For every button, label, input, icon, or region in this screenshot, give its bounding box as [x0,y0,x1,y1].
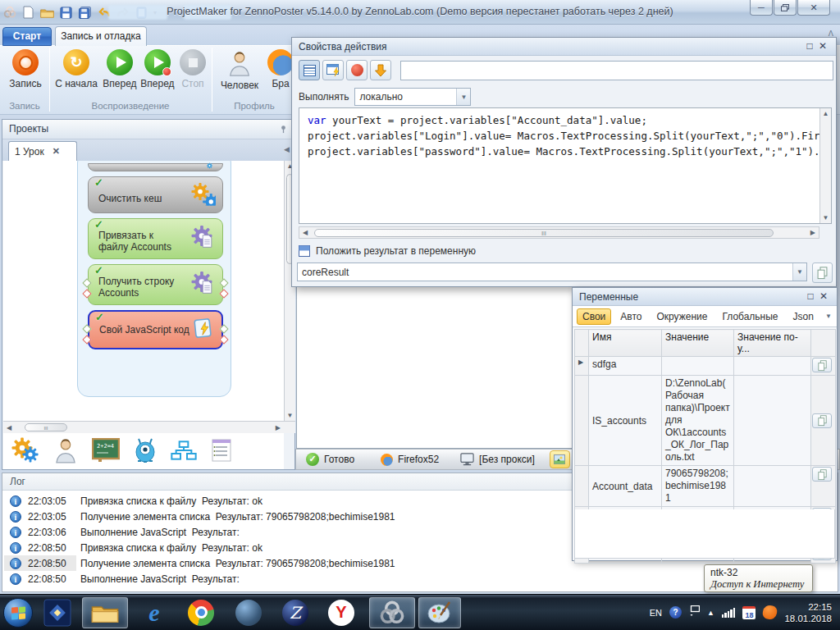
minimize-button[interactable]: ─ [750,0,773,16]
avast-tray-icon[interactable] [762,604,778,620]
tab-environment[interactable]: Окружение [651,308,713,325]
code-editor[interactable]: var yourText = project.variables["Accoun… [299,107,832,224]
variable-row[interactable]: Account_data79065798208;bechimise1981 [575,466,836,507]
sitemap-tool-icon[interactable] [171,440,197,463]
chalkboard-tool-icon[interactable]: 2+2=4 [92,438,120,465]
scroll-down-icon[interactable]: ▼ [820,212,831,223]
notes-tool-icon[interactable] [211,438,232,465]
scroll-up-icon[interactable]: ▲ [820,108,831,119]
scroll-right-icon[interactable]: ▶ [276,422,281,433]
column-name[interactable]: Имя [589,330,662,357]
column-value[interactable]: Значение [662,330,734,357]
info-icon: i [10,495,21,507]
tabs-overflow-icon[interactable]: ▼ [825,313,832,320]
variables-close-icon[interactable]: ✕ [817,290,830,303]
variable-row[interactable]: IS_accountsD:\ZennoLab(Рабочая папка)\Пр… [575,376,836,466]
tab-global[interactable]: Глобальные [716,308,783,325]
stop-button: Стоп [177,48,208,89]
variables-panel: Переменные □ ✕ Свои Авто Окружение Глоба… [572,287,838,561]
scroll-down-icon[interactable]: ▼ [285,410,295,421]
diamond-app-icon [43,599,71,627]
action-search-input[interactable] [400,61,833,80]
flowchart-canvas[interactable]: ✓ Очистить кеш ✓ Привязать к файлу Accou… [3,161,284,421]
forward-step-button[interactable]: Вперед [139,48,176,89]
taskbar-paint[interactable] [418,597,461,628]
copy-variable-button[interactable] [812,467,832,482]
code-view-button[interactable] [322,60,344,80]
close-button[interactable]: ✕ [797,0,830,16]
copy-variable-button[interactable] [812,358,832,372]
start-button[interactable] [0,597,36,628]
tab-record-debug[interactable]: Запись и отладка [55,26,147,47]
show-hidden-icons[interactable]: ▲ [707,609,714,617]
taskbar-explorer[interactable] [82,597,128,628]
pin-icon[interactable] [279,125,288,134]
variables-titlebar[interactable]: Переменные □ ✕ [573,288,837,306]
variables-maximize-icon[interactable]: □ [804,290,817,303]
taskbar-chromium[interactable] [225,597,272,628]
tab-auto-variables[interactable]: Авто [614,308,647,325]
canvas-hscrollbar[interactable]: ◀ ‖‖ ▶ [3,421,295,433]
checkbox-icon[interactable] [299,245,310,257]
apply-down-button[interactable] [370,60,391,80]
project-tab[interactable]: 1 Урок ✕ [8,141,77,161]
status-browser[interactable]: Firefox52 [381,454,439,466]
dialog-maximize-icon[interactable]: □ [803,40,816,52]
gears-tool-icon[interactable] [11,437,39,466]
flow-block-get-row[interactable]: ✓ Получить строку Accounts [88,264,223,305]
check-icon: ✓ [94,264,103,276]
variable-row[interactable]: ▶ sdfga [575,357,836,376]
execute-mode-value: локально [355,91,456,103]
code-hscrollbar[interactable]: ◀ ‖‖ ▶ [299,226,819,239]
scroll-right-icon[interactable]: ▶ [810,227,815,238]
flow-block-js-code[interactable]: ✓ Свой JavaScript код [88,310,223,349]
copy-variable-button[interactable] [812,413,832,428]
tab-own-variables[interactable]: Свои [577,308,611,325]
list-view-button[interactable] [299,60,320,80]
copy-result-button[interactable] [812,262,833,283]
tab-close-icon[interactable]: ✕ [52,146,60,157]
flow-block-partial[interactable] [88,163,223,171]
window-title: ProjectMaker for ZennoPoster v5.14.0.0 b… [0,6,840,17]
record-action-button[interactable] [346,60,368,80]
record-button[interactable]: Запись [3,48,48,89]
taskbar-yandex-browser[interactable]: Y [318,597,364,628]
status-proxy[interactable]: [Без прокси] [460,453,535,466]
taskbar-chrome[interactable] [177,597,225,628]
dialog-close-icon[interactable]: ✕ [816,40,829,52]
scroll-thumb[interactable]: ‖‖ [25,423,67,431]
restore-button[interactable] [774,0,797,16]
dialog-titlebar[interactable]: Свойства действия □ ✕ [292,38,836,56]
flow-block-clear-cache[interactable]: ✓ Очистить кеш [88,176,223,213]
execute-mode-select[interactable]: локально ▼ [354,88,471,106]
alien-tool-icon[interactable] [134,437,157,466]
restart-button[interactable]: ↻ С начала [52,48,100,89]
clock[interactable]: 22:15 18.01.2018 [784,601,832,624]
network-signal-icon[interactable] [722,608,736,618]
taskbar-internet-explorer[interactable]: e [131,597,177,628]
scroll-left-icon[interactable]: ◀ [303,227,308,238]
column-default[interactable]: Значение по-у... [734,330,811,357]
person-profile-button[interactable]: Человек [217,48,262,91]
collapse-left-icon[interactable]: ◀ [284,145,290,153]
result-variable-select[interactable]: coreResult ▼ [297,262,807,281]
tab-json[interactable]: Json [788,308,819,325]
popup-window-tray-icon[interactable] [689,605,700,619]
taskbar-projectmaker[interactable] [369,597,415,628]
calendar-tray-icon[interactable]: 18 [742,606,756,619]
person-tool-icon[interactable] [53,437,78,466]
check-icon: ✓ [94,176,103,189]
scroll-left-icon[interactable]: ◀ [7,422,11,433]
image-icon [554,454,565,464]
code-vscrollbar[interactable]: ▲ ▼ [819,108,831,223]
forward-button[interactable]: Вперед [102,48,138,89]
result-checkbox-row[interactable]: Положить результат в переменную [299,245,476,257]
language-indicator[interactable]: EN [650,608,662,618]
scroll-thumb[interactable]: ‖‖ [314,229,774,237]
tab-start[interactable]: Старт [2,27,52,46]
taskbar-diamond-app[interactable] [36,597,79,628]
help-tray-icon[interactable]: ? [669,606,682,619]
taskbar-zennoposter[interactable]: Z [272,597,318,628]
toggle-images-button[interactable] [550,450,570,468]
flow-block-bind-file[interactable]: ✓ Привязать к файлу Accounts [88,218,223,259]
